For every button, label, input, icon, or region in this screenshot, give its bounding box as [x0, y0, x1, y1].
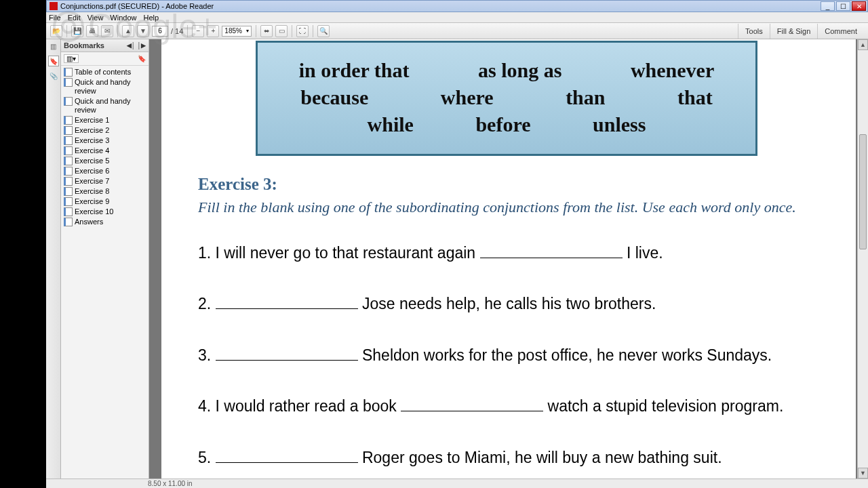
new-bookmark-icon[interactable]: 🔖: [138, 55, 146, 62]
window-title: Conjunctions.pdf (SECURED) - Adobe Reade…: [60, 2, 214, 10]
bookmarks-panel: Bookmarks ◀│ │▶ ▥▾ 🔖 Table of contents Q…: [61, 39, 149, 479]
thumbnails-tab-icon[interactable]: ▥: [48, 41, 59, 52]
document-area[interactable]: in order that as long as whenever becaus…: [149, 39, 868, 479]
print-icon[interactable]: 🖶: [86, 25, 98, 37]
bookmark-icon: [64, 136, 72, 144]
app-outside-left: [0, 0, 46, 488]
bookmark-item[interactable]: Exercise 8: [61, 186, 149, 197]
zoom-out-icon[interactable]: −: [192, 25, 204, 37]
bookmarks-options-icon[interactable]: │▶: [137, 42, 146, 49]
nav-icon-strip: ▥ 🔖 📎: [46, 39, 61, 479]
zoom-in-icon[interactable]: +: [207, 25, 219, 37]
word-bank-item: in order that: [299, 59, 410, 82]
find-icon[interactable]: 🔍: [317, 25, 330, 37]
bookmark-item[interactable]: Exercise 2: [61, 125, 149, 136]
menu-bar: File Edit View Window Help: [46, 12, 868, 23]
bookmark-item[interactable]: Exercise 7: [61, 176, 149, 186]
word-bank: in order that as long as whenever becaus…: [256, 41, 757, 156]
app-icon: [50, 2, 58, 10]
page-dimensions: 8.50 x 11.00 in: [148, 480, 193, 487]
maximize-button[interactable]: ☐: [836, 1, 850, 11]
toolbar: 📂 💾 🖶 ✉ ▲ ▼ / 14 − + 185%▾ ⬌ ▭ ⛶ 🔍 Tools…: [46, 23, 868, 39]
bookmarks-tab-icon[interactable]: 🔖: [48, 56, 59, 66]
page-number-input[interactable]: [152, 26, 168, 37]
minimize-button[interactable]: _: [821, 1, 835, 11]
menu-edit[interactable]: Edit: [68, 14, 81, 22]
page-total: / 14: [171, 27, 183, 35]
fit-page-icon[interactable]: ▭: [275, 25, 288, 37]
bookmark-icon: [64, 157, 72, 165]
fit-width-icon[interactable]: ⬌: [260, 25, 273, 37]
word-bank-item: whenever: [631, 59, 714, 82]
menu-view[interactable]: View: [87, 14, 104, 22]
page-up-icon[interactable]: ▲: [122, 25, 134, 37]
bookmarks-toolbar: ▥▾ 🔖: [61, 52, 149, 66]
bookmark-icon: [64, 207, 72, 216]
word-bank-item: as long as: [478, 59, 561, 82]
close-button[interactable]: ✕: [852, 1, 866, 11]
bookmark-icon: [64, 116, 72, 124]
bookmark-item[interactable]: Exercise 10: [61, 207, 149, 217]
exercise-instructions: Fill in the blank using one of the subor…: [198, 198, 815, 217]
word-bank-item: that: [677, 86, 713, 109]
window-titlebar: Conjunctions.pdf (SECURED) - Adobe Reade…: [46, 0, 868, 12]
bookmark-item[interactable]: Answers: [61, 217, 149, 227]
fill-sign-panel-button[interactable]: Fill & Sign: [770, 24, 818, 39]
bookmarks-collapse-icon[interactable]: ◀│: [127, 42, 136, 49]
workspace: ▥ 🔖 📎 Bookmarks ◀│ │▶ ▥▾ 🔖 Table of cont…: [46, 39, 868, 479]
word-bank-item: before: [475, 113, 530, 136]
question-1: 1. I will never go to that restaurant ag…: [198, 244, 815, 263]
word-bank-item: because: [300, 86, 368, 109]
bookmark-item[interactable]: Exercise 1: [61, 115, 149, 125]
word-bank-item: unless: [593, 113, 646, 136]
mail-icon[interactable]: ✉: [101, 25, 113, 37]
menu-help[interactable]: Help: [143, 14, 159, 22]
exercise-title: Exercise 3:: [198, 175, 815, 194]
bookmark-item[interactable]: Exercise 3: [61, 136, 149, 146]
comment-panel-button[interactable]: Comment: [817, 24, 864, 39]
read-mode-icon[interactable]: ⛶: [296, 25, 309, 37]
menu-window[interactable]: Window: [110, 14, 136, 22]
tools-panel-button[interactable]: Tools: [738, 24, 770, 39]
bookmarks-list: Table of contents Quick and handy review…: [61, 66, 149, 479]
bookmark-item[interactable]: Quick and handy review: [61, 96, 149, 115]
bookmarks-header: Bookmarks ◀│ │▶: [61, 39, 149, 52]
bookmark-icon: [64, 126, 72, 134]
bookmark-icon: [64, 197, 72, 205]
question-list: 1. I will never go to that restaurant ag…: [198, 244, 815, 468]
question-4: 4. I would rather read a book watch a st…: [198, 397, 815, 416]
bookmark-icon: [64, 68, 72, 76]
open-icon[interactable]: 📂: [50, 25, 62, 37]
scroll-up-icon[interactable]: ▲: [858, 39, 868, 50]
bookmark-item[interactable]: Table of contents: [61, 67, 149, 77]
bookmark-icon: [64, 218, 72, 226]
bookmark-icon: [64, 187, 72, 195]
vertical-scrollbar[interactable]: ▲ ▼: [857, 39, 868, 479]
bookmark-icon: [64, 78, 72, 86]
word-bank-item: where: [441, 86, 494, 109]
bookmark-icon: [64, 177, 72, 185]
attachments-tab-icon[interactable]: 📎: [48, 70, 59, 81]
bookmark-item[interactable]: Exercise 6: [61, 166, 149, 176]
page-down-icon[interactable]: ▼: [137, 25, 149, 37]
bookmark-item[interactable]: Quick and handy review: [61, 77, 149, 96]
question-3: 3. Sheldon works for the post office, he…: [198, 346, 815, 365]
bookmark-item[interactable]: Exercise 4: [61, 146, 149, 156]
bookmark-icon: [64, 146, 72, 155]
bookmark-item[interactable]: Exercise 9: [61, 197, 149, 207]
scroll-thumb[interactable]: [859, 134, 867, 249]
bookmark-item[interactable]: Exercise 5: [61, 156, 149, 166]
zoom-select[interactable]: 185%▾: [222, 26, 252, 37]
question-5: 5. Roger goes to Miami, he will buy a ne…: [198, 449, 815, 468]
bookmarks-menu-icon[interactable]: ▥▾: [64, 54, 79, 63]
status-bar: 8.50 x 11.00 in: [46, 479, 868, 488]
bookmark-icon: [64, 167, 72, 175]
menu-file[interactable]: File: [49, 14, 61, 22]
question-2: 2. Jose needs help, he calls his two bro…: [198, 295, 815, 314]
bookmark-icon: [64, 97, 72, 105]
word-bank-item: while: [368, 113, 414, 136]
scroll-down-icon[interactable]: ▼: [858, 468, 868, 479]
save-icon[interactable]: 💾: [71, 25, 83, 37]
page: in order that as long as whenever becaus…: [161, 39, 856, 479]
word-bank-item: than: [566, 86, 605, 109]
